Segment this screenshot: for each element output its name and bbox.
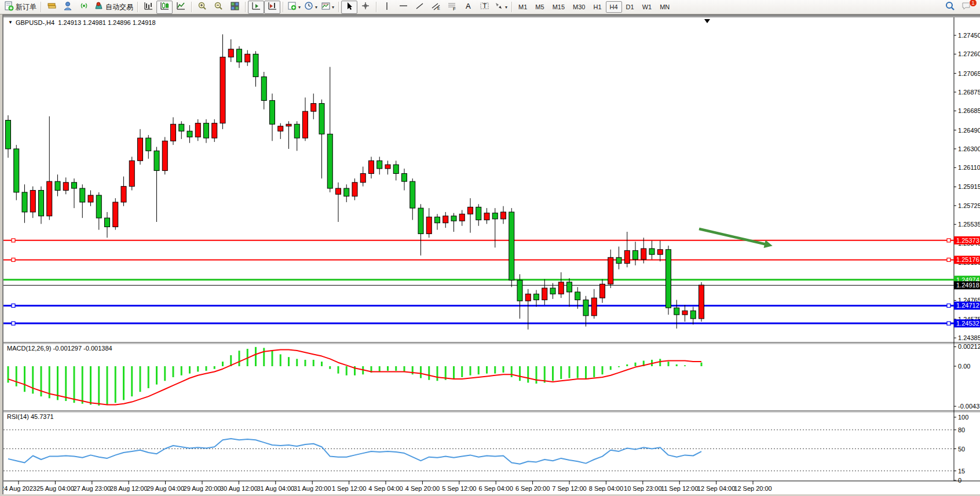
fibo-icon: F [447, 1, 457, 13]
timeframe-h4-button[interactable]: H4 [606, 1, 622, 13]
toolbar-separator [137, 2, 138, 12]
dropdown-arrow-icon[interactable]: ▾ [505, 5, 507, 10]
svg-text:1.26110: 1.26110 [958, 164, 980, 171]
dropdown-arrow-icon[interactable]: ▾ [332, 5, 334, 10]
macd-pane [8, 347, 701, 406]
chart-dropdown-caret[interactable]: ▼ [8, 20, 13, 25]
zoom-in-button[interactable] [194, 1, 210, 14]
timeframe-h1-button[interactable]: H1 [589, 1, 605, 13]
chart-shift-marker[interactable] [704, 19, 710, 23]
chart-shift-button[interactable] [264, 1, 280, 14]
autotrade-icon [94, 1, 104, 13]
trend-arrow-annotation[interactable] [699, 229, 773, 248]
timeframe-m15-button[interactable]: M15 [548, 1, 569, 13]
text-icon: A [463, 1, 473, 13]
rsi-axis[interactable]: 1008050150 [954, 414, 968, 484]
crosshair-button[interactable] [357, 1, 374, 14]
svg-text:4 Sep 20:00: 4 Sep 20:00 [405, 485, 440, 492]
autotrade-button[interactable]: 自动交易 [92, 1, 135, 14]
svg-text:50: 50 [958, 446, 965, 453]
svg-text:1.25373: 1.25373 [956, 237, 979, 244]
svg-text:1.24918: 1.24918 [956, 282, 979, 289]
line-chart-button[interactable] [173, 1, 189, 14]
svg-text:1.25725: 1.25725 [958, 202, 980, 209]
profile-button[interactable] [60, 1, 76, 14]
templates-button[interactable]: ▾ [319, 1, 336, 14]
price-line-1.24532[interactable] [3, 322, 954, 325]
gold-book-icon [47, 1, 57, 13]
label-icon: T [480, 1, 489, 13]
text-button[interactable]: A [460, 1, 476, 14]
template-icon [321, 1, 331, 13]
svg-text:25 Aug 04:00: 25 Aug 04:00 [36, 485, 74, 492]
timeframe-m30-button[interactable]: M30 [569, 1, 589, 13]
svg-text:30 Aug 12:00: 30 Aug 12:00 [220, 485, 258, 492]
toolbar-separator [376, 2, 376, 12]
linechart-icon [176, 1, 186, 13]
toolbar-separator [41, 2, 41, 12]
price-line-1.24712[interactable] [3, 304, 954, 307]
label-button[interactable]: T [476, 1, 492, 14]
svg-text:29 Aug 20:00: 29 Aug 20:00 [184, 485, 221, 492]
market-watch-button[interactable] [43, 1, 60, 14]
chart-ohlc-values: 1.24913 1.24981 1.24896 1.24918 [58, 19, 155, 26]
candle-chart-button[interactable] [156, 1, 173, 14]
timeframe-m1-button[interactable]: M1 [514, 1, 531, 13]
svg-text:1 Sep 12:00: 1 Sep 12:00 [332, 485, 366, 492]
svg-text:12 Sep 04:00: 12 Sep 04:00 [697, 485, 735, 492]
price-line-1.25373[interactable] [3, 239, 954, 242]
mt4-window: { "toolbar": { "notification_count": "1"… [0, 0, 980, 496]
hline-button[interactable] [395, 1, 411, 14]
tiles-icon [230, 1, 240, 13]
svg-text:12 Sep 20:00: 12 Sep 20:00 [734, 485, 771, 492]
svg-text:6 Sep 04:00: 6 Sep 04:00 [479, 485, 513, 492]
notifications-button[interactable]: 1 [958, 1, 974, 14]
pane-frames [3, 16, 980, 494]
timeframe-mn-button[interactable]: MN [656, 1, 674, 13]
autotrade-button-label: 自动交易 [105, 2, 133, 12]
zoom-out-button[interactable] [210, 1, 226, 14]
autoscroll-icon [251, 1, 261, 13]
rsi-indicator-label: RSI(14) 45.7371 [7, 413, 54, 420]
chart-window[interactable]: 1.274501.272601.270651.268751.266851.264… [2, 14, 980, 494]
timeframe-m5-button[interactable]: M5 [531, 1, 548, 13]
main-toolbar: 新订单自动交易▾▾▾EFAT▾M1M5M15M30H1H4D1W1MN1 [0, 0, 980, 14]
svg-text:80: 80 [958, 426, 965, 433]
new-order-button[interactable]: 新订单 [2, 1, 38, 14]
tile-windows-button[interactable] [226, 1, 243, 14]
svg-text:1.26490: 1.26490 [958, 127, 980, 134]
svg-text:29 Aug 04:00: 29 Aug 04:00 [147, 485, 184, 492]
shapes-button[interactable]: ▾ [492, 1, 509, 14]
cursor-icon [345, 1, 354, 13]
svg-text:10 Sep 23:00: 10 Sep 23:00 [624, 485, 661, 492]
price-axis[interactable]: 1.274501.272601.270651.268751.266851.264… [954, 32, 980, 341]
macd-axis[interactable]: 0.0021230.00-0.004378 [954, 343, 980, 410]
vline-icon [382, 1, 392, 13]
bar-chart-button[interactable] [140, 1, 156, 14]
svg-text:6 Sep 20:00: 6 Sep 20:00 [515, 485, 550, 492]
search-button[interactable] [942, 1, 958, 14]
dropdown-arrow-icon[interactable]: ▾ [298, 5, 301, 10]
svg-text:1.24712: 1.24712 [956, 302, 979, 309]
svg-text:1.27260: 1.27260 [958, 50, 980, 57]
rsi-pane [3, 430, 954, 471]
trendline-button[interactable] [411, 1, 427, 14]
price-line-1.25176[interactable] [3, 258, 954, 261]
cursor-button[interactable] [341, 1, 357, 14]
shapes-icon [494, 1, 504, 13]
auto-scroll-button[interactable] [248, 1, 264, 14]
toolbar-separator [338, 2, 339, 12]
signals-button[interactable] [76, 1, 92, 14]
chart-canvas[interactable]: 1.274501.272601.270651.268751.266851.264… [3, 16, 980, 494]
price-lines-layer[interactable] [3, 239, 954, 325]
periods-button[interactable]: ▾ [302, 1, 319, 14]
svg-text:1.27065: 1.27065 [958, 70, 980, 77]
vline-button[interactable] [379, 1, 395, 14]
svg-text:1.26300: 1.26300 [958, 145, 980, 152]
timeframe-w1-button[interactable]: W1 [638, 1, 656, 13]
dropdown-arrow-icon[interactable]: ▾ [315, 5, 317, 10]
indicators-button[interactable]: ▾ [286, 1, 302, 14]
fibo-button[interactable]: F [444, 1, 460, 14]
timeframe-d1-button[interactable]: D1 [622, 1, 638, 13]
channel-button[interactable]: E [427, 1, 444, 14]
